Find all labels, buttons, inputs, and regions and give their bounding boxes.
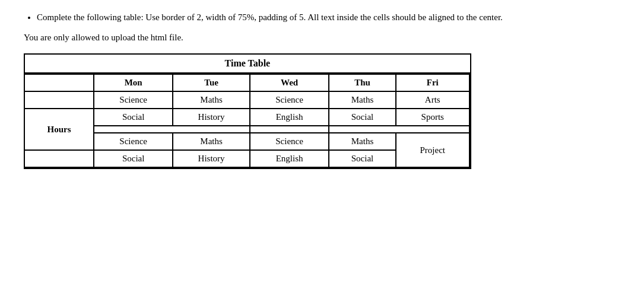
table-caption: Time Table: [25, 55, 470, 74]
lunch-empty-right: [329, 126, 469, 133]
cell-mon-1: Science: [94, 91, 173, 109]
cell-mon-2: Social: [94, 109, 173, 126]
col-header-thu: Thu: [329, 74, 396, 91]
cell-tue-1: Maths: [173, 91, 250, 109]
empty-last-label: [25, 150, 94, 167]
col-header-wed: Wed: [250, 74, 329, 91]
cell-thu-3: Maths: [329, 133, 396, 150]
lunch-cell: [250, 126, 329, 133]
col-header-fri: Fri: [396, 74, 469, 91]
upload-note: You are only allowed to upload the html …: [24, 33, 620, 43]
lunch-empty-left: [94, 126, 250, 133]
cell-tue-2: History: [173, 109, 250, 126]
timetable: Time Table Mon Tue Wed Thu Fri Science M…: [25, 55, 470, 168]
bullet-section: Complete the following table: Use border…: [24, 11, 620, 24]
cell-tue-3: Maths: [173, 133, 250, 150]
hours-label: Hours: [25, 109, 94, 150]
cell-wed-2: English: [250, 109, 329, 126]
col-header-tue: Tue: [173, 74, 250, 91]
table-wrapper: Time Table Mon Tue Wed Thu Fri Science M…: [24, 53, 471, 169]
project-cell: Project: [396, 133, 469, 167]
cell-mon-4: Social: [94, 150, 173, 167]
table-header-row: Mon Tue Wed Thu Fri: [25, 74, 469, 91]
cell-wed-1: Science: [250, 91, 329, 109]
cell-thu-2: Social: [329, 109, 396, 126]
cell-mon-3: Science: [94, 133, 173, 150]
table-row: Hours Social History English Social Spor…: [25, 109, 469, 126]
cell-thu-1: Maths: [329, 91, 396, 109]
bullet-text: Complete the following table: Use border…: [37, 11, 620, 24]
cell-wed-3: Science: [250, 133, 329, 150]
empty-header-cell: [25, 74, 94, 91]
cell-wed-4: English: [250, 150, 329, 167]
cell-thu-4: Social: [329, 150, 396, 167]
cell-fri-1: Arts: [396, 91, 469, 109]
empty-label-cell: [25, 91, 94, 109]
cell-fri-2: Sports: [396, 109, 469, 126]
col-header-mon: Mon: [94, 74, 173, 91]
table-row: Science Maths Science Maths Arts: [25, 91, 469, 109]
cell-tue-4: History: [173, 150, 250, 167]
